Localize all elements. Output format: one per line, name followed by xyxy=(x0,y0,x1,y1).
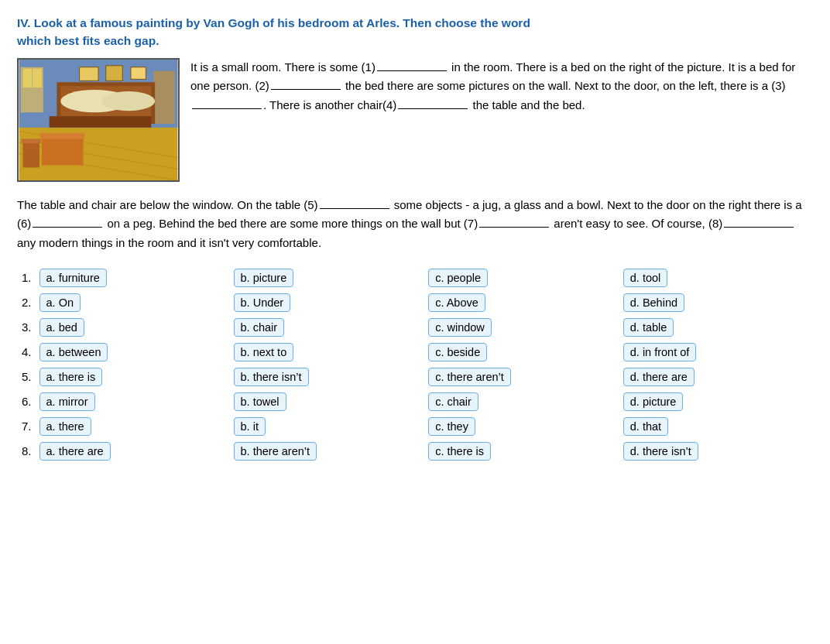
option-3-a[interactable]: a. bed xyxy=(39,318,84,337)
option-1-a[interactable]: a. furniture xyxy=(39,269,107,287)
table-row: 1.a. furnitureb. picturec. peopled. tool xyxy=(17,265,813,290)
option-5-c[interactable]: c. there aren’t xyxy=(428,368,511,386)
svg-rect-3 xyxy=(23,68,33,87)
option-6-d[interactable]: d. picture xyxy=(623,392,684,411)
table-row: 3.a. bedb. chairc. windowd. table xyxy=(17,315,813,340)
row-number: 1. xyxy=(17,265,35,290)
table-row: 4.a. betweenb. next toc. besided. in fro… xyxy=(17,340,813,365)
option-4-b[interactable]: b. next to xyxy=(234,343,294,361)
option-7-b[interactable]: b. it xyxy=(234,417,266,436)
option-5-d[interactable]: d. there are xyxy=(623,368,695,386)
table-row: 6.a. mirrorb. towelc. chaird. picture xyxy=(17,389,813,414)
option-8-a[interactable]: a. there are xyxy=(39,442,111,461)
option-1-b[interactable]: b. picture xyxy=(234,269,294,287)
option-6-c[interactable]: c. chair xyxy=(428,392,478,411)
row-number: 8. xyxy=(17,439,35,464)
option-2-c[interactable]: c. Above xyxy=(428,293,485,312)
svg-rect-16 xyxy=(23,141,39,167)
row-number: 5. xyxy=(17,365,35,389)
option-5-b[interactable]: b. there isn’t xyxy=(234,368,309,386)
svg-rect-20 xyxy=(131,67,146,79)
svg-rect-14 xyxy=(42,135,84,165)
table-row: 8.a. there areb. there aren’tc. there is… xyxy=(17,439,813,464)
option-5-a[interactable]: a. there is xyxy=(39,368,103,386)
row-number: 6. xyxy=(17,389,35,414)
row-number: 4. xyxy=(17,340,35,365)
option-4-c[interactable]: c. beside xyxy=(428,343,487,361)
svg-rect-5 xyxy=(153,70,174,123)
option-4-d[interactable]: d. in front of xyxy=(623,343,697,361)
option-1-c[interactable]: c. people xyxy=(428,269,488,287)
svg-rect-10 xyxy=(50,116,152,128)
option-7-c[interactable]: c. they xyxy=(428,417,475,436)
option-7-a[interactable]: a. there xyxy=(39,417,91,436)
option-6-a[interactable]: a. mirror xyxy=(39,392,95,411)
svg-point-9 xyxy=(102,91,155,110)
option-8-d[interactable]: d. there isn’t xyxy=(623,442,698,461)
option-3-c[interactable]: c. window xyxy=(428,318,492,337)
svg-rect-17 xyxy=(22,139,41,143)
page-title: IV. Look at a famous painting by Van Gog… xyxy=(17,14,813,50)
option-8-c[interactable]: c. there is xyxy=(428,442,491,461)
option-2-d[interactable]: d. Behind xyxy=(623,293,684,312)
option-2-a[interactable]: a. On xyxy=(39,293,81,312)
option-6-b[interactable]: b. towel xyxy=(234,392,286,411)
option-1-d[interactable]: d. tool xyxy=(623,269,668,287)
table-row: 5.a. there isb. there isn’tc. there aren… xyxy=(17,365,813,389)
row-number: 3. xyxy=(17,315,35,340)
svg-rect-15 xyxy=(40,132,85,139)
passage-block: The table and chair are below the window… xyxy=(17,196,813,253)
svg-rect-19 xyxy=(106,65,122,80)
svg-rect-4 xyxy=(33,68,42,87)
row-number: 2. xyxy=(17,290,35,315)
answer-choices-table: 1.a. furnitureb. picturec. peopled. tool… xyxy=(17,265,813,464)
option-3-b[interactable]: b. chair xyxy=(234,318,285,337)
option-7-d[interactable]: d. that xyxy=(623,417,668,436)
option-4-a[interactable]: a. between xyxy=(39,343,108,361)
intro-text-block: It is a small room. There is some (1) in… xyxy=(190,58,813,182)
option-3-d[interactable]: d. table xyxy=(623,318,674,337)
row-number: 7. xyxy=(17,414,35,439)
option-2-b[interactable]: b. Under xyxy=(234,293,291,312)
svg-rect-18 xyxy=(80,67,98,80)
table-row: 7.a. thereb. itc. theyd. that xyxy=(17,414,813,439)
option-8-b[interactable]: b. there aren’t xyxy=(234,442,317,461)
painting-image xyxy=(17,58,180,182)
table-row: 2.a. Onb. Underc. Aboved. Behind xyxy=(17,290,813,315)
